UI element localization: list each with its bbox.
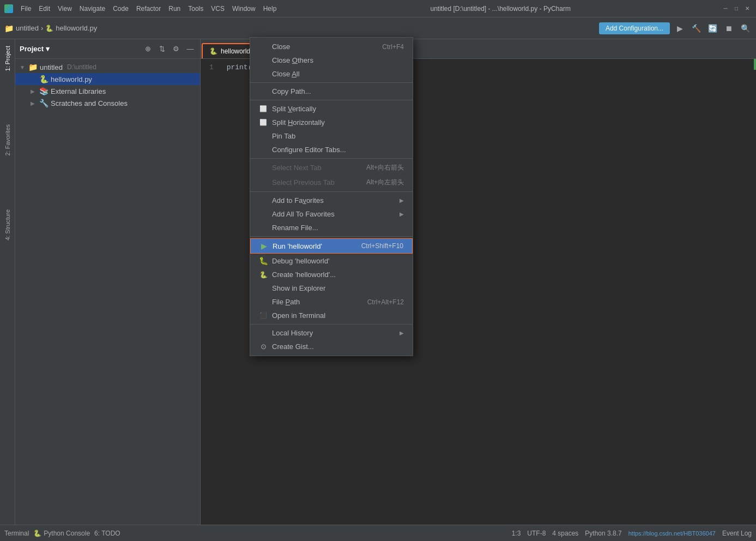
ctx-open-terminal[interactable]: ⬛ Open in Terminal <box>250 309 413 322</box>
ctx-split-h[interactable]: ⬜ Split Horizontally <box>250 116 413 129</box>
toolbar: 📁 untitled › 🐍 helloworld.py Add Configu… <box>0 17 756 39</box>
menu-navigate[interactable]: Navigate <box>76 4 108 14</box>
tab-file-icon: 🐍 <box>209 47 217 55</box>
menu-code[interactable]: Code <box>110 4 132 14</box>
sidebar-item-favorites[interactable]: 2: Favorites <box>2 120 13 160</box>
hide-icon[interactable]: — <box>185 44 196 55</box>
status-right: 1:3 UTF-8 4 spaces Python 3.8.7 https://… <box>512 530 752 537</box>
ctx-configure-tabs[interactable]: Configure Editor Tabs... <box>250 143 413 157</box>
add-configuration-button[interactable]: Add Configuration... <box>599 22 670 34</box>
github-icon: ⊙ <box>259 342 268 351</box>
ctx-sep6 <box>250 324 413 324</box>
ctx-add-all-favorites-label: Add All To Favorites <box>272 210 335 218</box>
ctx-sep1 <box>250 82 413 83</box>
menu-tools[interactable]: Tools <box>185 4 207 14</box>
menu-help[interactable]: Help <box>260 4 280 14</box>
project-tree: ▼ 📁 untitled D:\untitled 🐍 helloworld.py… <box>15 59 200 525</box>
ctx-create-label: Create 'helloworld'... <box>272 270 336 279</box>
menu-window[interactable]: Window <box>229 4 259 14</box>
ctx-add-favorites-arrow: ▶ <box>400 197 404 203</box>
ctx-close-shortcut: Ctrl+F4 <box>382 43 404 51</box>
minimize-button[interactable]: ─ <box>721 4 730 13</box>
tree-item-ext-libs[interactable]: ▶ 📚 External Libraries <box>15 85 200 97</box>
ctx-rename-file-label: Rename File... <box>272 224 318 232</box>
breadcrumb-file[interactable]: helloworld.py <box>56 24 97 32</box>
status-encoding[interactable]: UTF-8 <box>527 530 546 537</box>
collapse-icon[interactable]: ⇅ <box>156 44 167 55</box>
ctx-debug-helloworld[interactable]: 🐛 Debug 'helloworld' <box>250 254 413 268</box>
settings-icon[interactable]: ⚙ <box>171 44 182 55</box>
ctx-add-all-favorites[interactable]: Add All To Favorites ▶ <box>250 207 413 221</box>
sidebar-item-project[interactable]: 1: Project <box>2 41 13 75</box>
status-position[interactable]: 1:3 <box>512 530 521 537</box>
run-icon: ▶ <box>259 242 268 250</box>
ctx-close-label: Close <box>272 43 290 51</box>
terminal-button[interactable]: Terminal <box>4 530 29 537</box>
ctx-add-all-favorites-arrow: ▶ <box>400 211 404 217</box>
menu-refactor[interactable]: Refactor <box>133 4 164 14</box>
ctx-show-explorer-label: Show in Explorer <box>272 284 325 292</box>
ctx-sep5 <box>250 236 413 237</box>
tree-label-helloworld: helloworld.py <box>51 75 92 83</box>
ctx-copy-path-label: Copy Path... <box>272 87 311 95</box>
update-button[interactable]: 🔄 <box>706 22 719 35</box>
file-icon: 🐍 <box>45 25 53 32</box>
ctx-select-prev-shortcut: Alt+向左箭头 <box>366 178 404 187</box>
ctx-close-others[interactable]: Close Others <box>250 53 413 67</box>
ctx-local-history-label: Local History <box>272 329 313 337</box>
ctx-rename-file[interactable]: Rename File... <box>250 221 413 235</box>
menu-edit[interactable]: Edit <box>35 4 53 14</box>
ctx-close[interactable]: Close Ctrl+F4 <box>250 40 413 53</box>
breadcrumb-project[interactable]: untitled <box>16 24 39 32</box>
menu-view[interactable]: View <box>55 4 75 14</box>
ctx-show-explorer[interactable]: Show in Explorer <box>250 281 413 295</box>
menu-vcs[interactable]: VCS <box>208 4 228 14</box>
menu-run[interactable]: Run <box>165 4 184 14</box>
ctx-sep4 <box>250 191 413 192</box>
line-number-1: 1 <box>209 63 214 71</box>
ctx-create-helloworld[interactable]: 🐍 Create 'helloworld'... <box>250 268 413 281</box>
stop-button[interactable]: ⏹ <box>722 22 735 35</box>
title-bar: File Edit View Navigate Code Refactor Ru… <box>0 0 756 17</box>
status-python-ver[interactable]: Python 3.8.7 <box>585 530 621 537</box>
window-controls: ─ □ ✕ <box>721 4 752 13</box>
status-indent[interactable]: 4 spaces <box>552 530 578 537</box>
ctx-debug-label: Debug 'helloworld' <box>272 257 329 265</box>
ctx-close-all[interactable]: Close All <box>250 67 413 81</box>
tree-item-scratches[interactable]: ▶ 🔧 Scratches and Consoles <box>15 97 200 109</box>
build-button[interactable]: 🔨 <box>690 22 703 35</box>
tree-item-helloworld[interactable]: 🐍 helloworld.py <box>15 73 200 85</box>
ctx-file-path[interactable]: File Path Ctrl+Alt+F12 <box>250 295 413 309</box>
breadcrumb: 📁 untitled › 🐍 helloworld.py <box>4 24 97 33</box>
ctx-pin-tab-label: Pin Tab <box>272 132 295 140</box>
scratches-icon: 🔧 <box>39 99 49 107</box>
close-button[interactable]: ✕ <box>743 4 752 13</box>
project-panel-header: Project ▾ ⊕ ⇅ ⚙ — <box>15 39 200 59</box>
maximize-button[interactable]: □ <box>732 4 741 13</box>
ctx-add-favorites-label: Add to Favorites <box>272 196 324 205</box>
run-button[interactable]: ▶ <box>673 22 686 35</box>
tree-item-untitled[interactable]: ▼ 📁 untitled D:\untitled <box>15 61 200 73</box>
todo-button[interactable]: 6: TODO <box>94 530 120 537</box>
menu-file[interactable]: File <box>17 4 34 14</box>
ctx-run-helloworld[interactable]: ▶ Run 'helloworld' Ctrl+Shift+F10 <box>250 238 413 254</box>
folder-icon-untitled: 📁 <box>28 63 38 71</box>
ctx-select-next-label: Select Next Tab <box>272 164 322 172</box>
ctx-file-path-label: File Path <box>272 298 300 306</box>
ctx-split-h-label: Split Horizontally <box>272 118 325 127</box>
ctx-file-path-shortcut: Ctrl+Alt+F12 <box>367 298 404 306</box>
ctx-copy-path[interactable]: Copy Path... <box>250 85 413 98</box>
search-icon[interactable]: 🔍 <box>739 22 752 35</box>
ctx-local-history[interactable]: Local History ▶ <box>250 326 413 340</box>
context-menu: Close Ctrl+F4 Close Others Close All Cop… <box>250 37 413 356</box>
ctx-select-next-shortcut: Alt+向右箭头 <box>366 163 404 172</box>
python-console-button[interactable]: 🐍 Python Console <box>33 530 90 537</box>
ctx-pin-tab[interactable]: Pin Tab <box>250 129 413 143</box>
event-log-button[interactable]: Event Log <box>722 530 752 537</box>
ctx-run-label: Run 'helloworld' <box>273 242 322 250</box>
ctx-split-v[interactable]: ⬜ Split Vertically <box>250 102 413 116</box>
sidebar-item-structure[interactable]: 4: Structure <box>2 205 13 245</box>
add-icon[interactable]: ⊕ <box>142 44 153 55</box>
ctx-create-gist[interactable]: ⊙ Create Gist... <box>250 340 413 353</box>
ctx-add-favorites[interactable]: Add to Favorites ▶ <box>250 194 413 207</box>
